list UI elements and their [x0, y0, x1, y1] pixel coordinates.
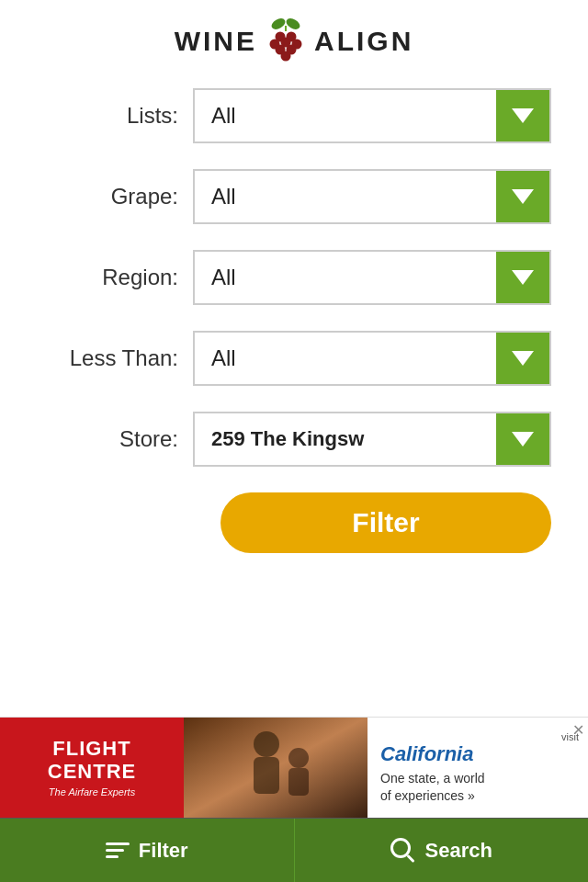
logo-text-right: ALIGN: [314, 26, 413, 57]
lessthan-dropdown-arrow[interactable]: [496, 333, 549, 384]
bottom-nav: Filter Search: [0, 818, 588, 882]
svg-point-1: [285, 17, 302, 31]
filter-button[interactable]: Filter: [220, 492, 551, 553]
chevron-down-icon: [512, 108, 534, 123]
store-dropdown-arrow[interactable]: [496, 413, 549, 465]
region-label: Region:: [37, 265, 193, 290]
svg-point-14: [288, 748, 309, 768]
ad-left: FLIGHTCENTRE The Airfare Experts: [0, 718, 184, 818]
svg-point-10: [281, 51, 291, 62]
store-select[interactable]: 259 The Kingsw: [193, 412, 551, 467]
lessthan-row: Less Than: All: [37, 331, 551, 386]
logo: WINE ALIGN: [175, 17, 414, 66]
close-icon[interactable]: ✕: [572, 721, 584, 739]
ad-image: [184, 718, 368, 818]
header: WINE ALIGN: [0, 0, 588, 79]
region-value[interactable]: All: [195, 252, 496, 303]
filter-button-area: Filter: [0, 492, 588, 553]
nav-search-label: Search: [425, 839, 492, 863]
grape-select[interactable]: All: [193, 169, 551, 224]
grape-row: Grape: All: [37, 169, 551, 224]
svg-rect-13: [254, 757, 279, 794]
grape-dropdown-arrow[interactable]: [496, 171, 549, 222]
chevron-down-icon: [512, 270, 534, 285]
grape-value[interactable]: All: [195, 171, 496, 222]
ad-banner: FLIGHTCENTRE The Airfare Experts: [0, 717, 588, 818]
ad-visit-text: visit: [380, 731, 579, 742]
ad-right[interactable]: ✕ visit California One state, a world of…: [368, 718, 588, 818]
store-value[interactable]: 259 The Kingsw: [195, 413, 496, 465]
ad-destination-title[interactable]: California: [380, 742, 579, 766]
nav-search[interactable]: Search: [295, 819, 589, 882]
filter-icon: [106, 842, 130, 858]
region-select[interactable]: All: [193, 250, 551, 305]
filter-line-1: [106, 842, 130, 845]
chevron-down-icon: [512, 351, 534, 366]
svg-point-0: [270, 17, 288, 31]
svg-point-12: [254, 731, 279, 757]
lists-dropdown-arrow[interactable]: [496, 90, 549, 141]
lessthan-value[interactable]: All: [195, 333, 496, 384]
store-row: Store: 259 The Kingsw: [37, 412, 551, 467]
search-icon-handle: [406, 854, 414, 862]
ad-brand-title: FLIGHTCENTRE: [48, 738, 136, 782]
ad-tagline[interactable]: One state, a world of experiences »: [380, 770, 579, 803]
ad-people-image: [184, 718, 368, 818]
search-icon-circle: [390, 838, 411, 858]
logo-grape-icon: [261, 17, 311, 66]
filter-form: Lists: All Grape: All Region: All Less T…: [0, 79, 588, 467]
search-icon: [390, 838, 416, 864]
region-row: Region: All: [37, 250, 551, 305]
ad-brand-subtitle: The Airfare Experts: [49, 786, 135, 797]
lessthan-label: Less Than:: [37, 345, 193, 371]
grape-label: Grape:: [37, 184, 193, 209]
filter-line-2: [106, 849, 124, 852]
filter-line-3: [106, 855, 119, 858]
lists-value[interactable]: All: [195, 90, 496, 141]
lists-select[interactable]: All: [193, 88, 551, 143]
lessthan-select[interactable]: All: [193, 331, 551, 386]
lists-label: Lists:: [37, 103, 193, 129]
chevron-down-icon: [512, 432, 534, 447]
store-label: Store:: [37, 426, 193, 452]
logo-text-left: WINE: [175, 26, 257, 57]
nav-filter-label: Filter: [139, 839, 188, 863]
svg-rect-15: [288, 768, 309, 796]
chevron-down-icon: [512, 189, 534, 204]
region-dropdown-arrow[interactable]: [496, 252, 549, 303]
lists-row: Lists: All: [37, 88, 551, 143]
nav-filter[interactable]: Filter: [0, 819, 295, 882]
